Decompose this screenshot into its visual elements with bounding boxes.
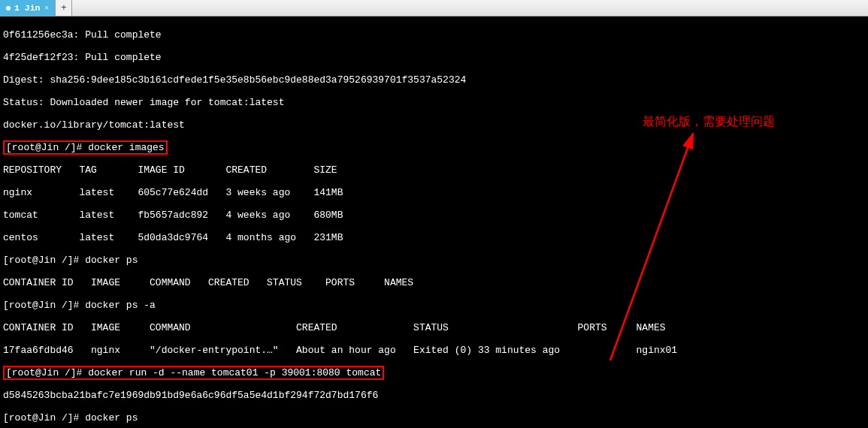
prompt-line: [root@Jin /]# docker ps -a <box>3 300 865 311</box>
output-line: Status: Downloaded newer image for tomca… <box>3 97 865 108</box>
output-line: 4f25def12f23: Pull complete <box>3 52 865 63</box>
tab-indicator-icon <box>6 6 11 11</box>
output-line: 0f611256ec3a: Pull complete <box>3 29 865 41</box>
table-header: CONTAINER ID IMAGE COMMAND CREATED STATU… <box>3 277 865 288</box>
table-header: CONTAINER ID IMAGE COMMAND CREATED STATU… <box>3 322 865 333</box>
table-row: nginx latest 605c77e624dd 3 weeks ago 14… <box>3 187 865 198</box>
highlight-box: [root@Jin /]# docker run -d --name tomca… <box>3 366 384 380</box>
prompt-line: [root@Jin /]# docker ps <box>3 412 865 423</box>
tab-label: 1 Jin <box>14 3 41 13</box>
table-row: 17faa6fdbd46 nginx "/docker-entrypoint.…… <box>3 345 865 356</box>
output-line: Digest: sha256:9dee185c3b161cdfede1f5e35… <box>3 74 865 86</box>
table-row: centos latest 5d0da3dc9764 4 months ago … <box>3 232 865 243</box>
prompt-line: [root@Jin /]# docker ps <box>3 255 865 266</box>
close-icon[interactable]: × <box>44 3 50 13</box>
prompt-line: [root@Jin /]# docker run -d --name tomca… <box>3 367 865 378</box>
table-row: tomcat latest fb5657adc892 4 weeks ago 6… <box>3 209 865 221</box>
tab-jin[interactable]: 1 Jin × <box>0 0 56 16</box>
table-header: REPOSITORY TAG IMAGE ID CREATED SIZE <box>3 164 865 176</box>
output-line: d5845263bcba21bafc7e1969db91bd9e6a6c96df… <box>3 390 865 401</box>
add-tab-button[interactable]: + <box>56 0 72 16</box>
highlight-box: [root@Jin /]# docker images <box>3 140 168 155</box>
prompt-line: [root@Jin /]# docker images <box>3 142 865 153</box>
annotation-text: 最简化版，需要处理问题 <box>643 116 775 127</box>
terminal[interactable]: 0f611256ec3a: Pull complete 4f25def12f23… <box>0 17 868 428</box>
tab-bar: 1 Jin × + <box>0 0 868 17</box>
